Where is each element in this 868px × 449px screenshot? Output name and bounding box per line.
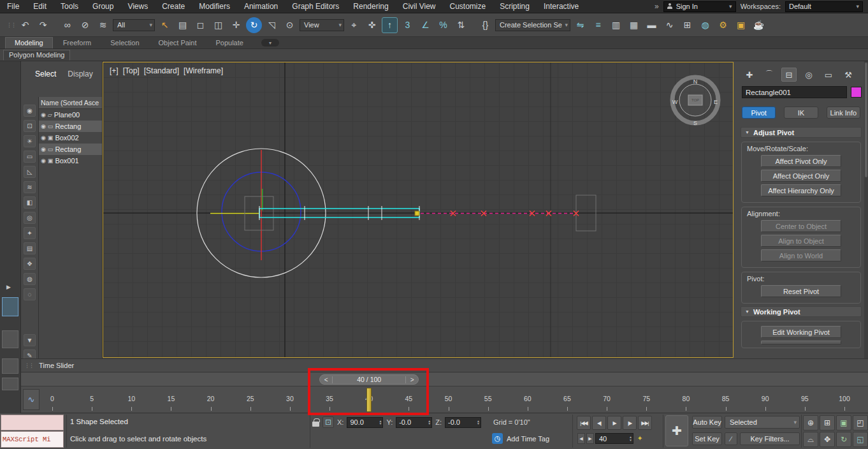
scrollbar-thumb[interactable] bbox=[865, 63, 867, 177]
maximize-viewport-icon[interactable]: ◱ bbox=[853, 432, 868, 447]
select-and-rotate-icon[interactable]: ↻ bbox=[246, 17, 262, 33]
angle-snap-icon[interactable]: ∠ bbox=[417, 17, 433, 33]
render-production-icon[interactable]: ☕ bbox=[751, 17, 767, 33]
menu-item-modifiers[interactable]: Modifiers bbox=[192, 0, 237, 13]
button-center-to-object[interactable]: Center to Object bbox=[761, 220, 841, 232]
button-align-to-object[interactable]: Align to Object bbox=[761, 235, 841, 247]
current-frame-field[interactable]: 40 ▲▼ bbox=[595, 433, 633, 444]
absolute-mode-icon[interactable]: ⊡ bbox=[322, 416, 334, 428]
use-pivot-point-icon[interactable]: ⌖ bbox=[346, 17, 362, 33]
next-key-button[interactable]: ▶ bbox=[586, 433, 594, 444]
ghost-icon[interactable]: ◌ bbox=[24, 288, 36, 300]
motion-tab-icon[interactable]: ◎ bbox=[801, 68, 816, 82]
time-slider-bubble[interactable]: < 40 / 100 > bbox=[319, 374, 419, 385]
toolbar-grip[interactable]: ⋮⋮ bbox=[24, 362, 33, 369]
spinner-icon[interactable]: ▲▼ bbox=[477, 420, 480, 425]
button-align-to-world[interactable]: Align to World bbox=[761, 249, 841, 261]
visibility-icon[interactable]: ◍ bbox=[24, 273, 36, 285]
object-name-field[interactable]: Rectangle001 bbox=[742, 86, 847, 98]
menu-item-file[interactable]: File bbox=[0, 0, 26, 13]
previous-frame-arrow[interactable]: < bbox=[320, 376, 333, 383]
filter-icon[interactable]: ▼ bbox=[24, 334, 36, 346]
ribbon-minimize-dropdown[interactable]: ▾ bbox=[261, 39, 279, 47]
viewport-menu-standard[interactable]: [Standard] bbox=[144, 66, 179, 75]
menu-item-interactive[interactable]: Interactive bbox=[537, 0, 586, 13]
selection-lock-icon[interactable] bbox=[312, 422, 319, 427]
subtab-ik[interactable]: IK bbox=[784, 107, 818, 119]
spacewarp-icon[interactable]: ✦ bbox=[24, 227, 36, 239]
bind-to-space-warp-icon[interactable]: ≋ bbox=[95, 17, 111, 33]
select-and-scale-icon[interactable]: ◹ bbox=[264, 17, 280, 33]
menu-item-rendering[interactable]: Rendering bbox=[346, 0, 395, 13]
y-coordinate-field[interactable]: -0.0 ▲▼ bbox=[396, 417, 432, 428]
set-key-button[interactable]: Set Key bbox=[692, 432, 722, 445]
helper-icon[interactable]: ◎ bbox=[24, 212, 36, 224]
visibility-eye-icon[interactable]: ◉ bbox=[41, 123, 46, 129]
unlink-selection-icon[interactable]: ⊘ bbox=[77, 17, 93, 33]
visibility-eye-icon[interactable]: ◉ bbox=[41, 135, 46, 141]
keyboard-override-icon[interactable]: ↑ bbox=[382, 17, 398, 33]
track-bar[interactable]: ∿ 05101520253035404550556065707580859095… bbox=[21, 386, 868, 413]
toggle-ribbon-icon[interactable]: ▬ bbox=[644, 17, 660, 33]
ribbon-tab-object-paint[interactable]: Object Paint bbox=[150, 38, 206, 48]
ribbon-tab-modeling[interactable]: Modeling bbox=[5, 37, 53, 48]
menu-item-create[interactable]: Create bbox=[155, 0, 192, 13]
ribbon-tab-selection[interactable]: Selection bbox=[101, 38, 148, 48]
button-affect-object-only[interactable]: Affect Object Only bbox=[761, 170, 841, 182]
scene-object-row-box001[interactable]: ◉▣Box001 bbox=[39, 155, 102, 166]
tab-display[interactable]: Display bbox=[68, 70, 92, 78]
snaps-toggle-icon[interactable]: 3 bbox=[400, 17, 416, 33]
go-to-end-button[interactable]: ▶▶| bbox=[638, 416, 652, 430]
utilities-tab-icon[interactable]: ⚒ bbox=[841, 68, 856, 82]
auto-key-button[interactable]: Auto Key bbox=[692, 416, 722, 429]
viewport-layout-tab-active[interactable] bbox=[2, 297, 18, 316]
object-color-swatch[interactable] bbox=[851, 87, 862, 98]
menu-item-tools[interactable]: Tools bbox=[54, 0, 85, 13]
time-slider-track[interactable]: < 40 / 100 > bbox=[21, 372, 868, 386]
window-crossing-icon[interactable]: ◫ bbox=[210, 17, 226, 33]
zoom-icon[interactable]: ⊕ bbox=[803, 415, 818, 431]
percent-snap-icon[interactable]: % bbox=[435, 17, 451, 33]
button-affect-hierarchy-only[interactable]: Affect Hierarchy Only bbox=[761, 184, 841, 196]
toggle-layer-explorer-icon[interactable]: ▦ bbox=[626, 17, 642, 33]
workspaces-dropdown[interactable]: Default ▾ bbox=[785, 1, 863, 12]
time-slider-frame-marker[interactable] bbox=[366, 388, 372, 412]
menu-item-animation[interactable]: Animation bbox=[237, 0, 285, 13]
sign-in-dropdown[interactable]: Sign In ▾ bbox=[663, 1, 736, 12]
viewport-menu-view[interactable]: [Top] bbox=[123, 66, 140, 75]
material-editor-icon[interactable]: ◍ bbox=[697, 17, 713, 33]
menu-item-views[interactable]: Views bbox=[120, 0, 155, 13]
menu-item-group[interactable]: Group bbox=[85, 0, 120, 13]
edit-named-selection-sets-icon[interactable]: {} bbox=[477, 17, 493, 33]
menu-item-scripting[interactable]: Scripting bbox=[493, 0, 537, 13]
scene-object-row-rectang[interactable]: ◉▭Rectang bbox=[39, 144, 102, 155]
selection-region-icon[interactable]: ◻ bbox=[192, 17, 208, 33]
hierarchy-view-icon[interactable]: ⊡ bbox=[24, 120, 36, 132]
geometry-icon[interactable]: ◺ bbox=[24, 166, 36, 178]
viewport-layout-tab[interactable] bbox=[2, 330, 18, 348]
working-pivot-rollout-header[interactable]: ▼ Working Pivot bbox=[741, 306, 862, 317]
undo-icon[interactable]: ↶ bbox=[17, 17, 33, 33]
visibility-eye-icon[interactable]: ◉ bbox=[41, 146, 46, 152]
button-affect-pivot-only[interactable]: Affect Pivot Only bbox=[761, 155, 841, 167]
frame-icon[interactable]: ◧ bbox=[24, 196, 36, 209]
sort-column-header[interactable]: Name (Sorted Asce bbox=[39, 97, 102, 109]
tab-select[interactable]: Select bbox=[35, 70, 56, 78]
mirror-icon[interactable]: ⇋ bbox=[572, 17, 588, 33]
previous-frame-button[interactable]: ◀| bbox=[592, 416, 606, 430]
maxscript-mini-listener[interactable]: MAXScript Mi bbox=[1, 431, 64, 448]
list-view-icon[interactable]: ▤ bbox=[24, 242, 36, 254]
redo-icon[interactable]: ↷ bbox=[35, 17, 51, 33]
spinner-snap-icon[interactable]: ⇅ bbox=[453, 17, 469, 33]
scene-object-row-box002[interactable]: ◉▣Box002 bbox=[39, 132, 102, 144]
toolbar-overflow-chevron[interactable]: » bbox=[655, 2, 659, 11]
next-frame-button[interactable]: |▶ bbox=[623, 416, 637, 430]
spinner-icon[interactable]: ▲▼ bbox=[428, 420, 431, 425]
toolbar-grip[interactable]: ⋮⋮ bbox=[6, 22, 15, 28]
expand-panel-arrow-icon[interactable]: ▶ bbox=[6, 284, 11, 290]
viewport-menu-plus[interactable]: [+] bbox=[110, 66, 119, 75]
select-and-link-icon[interactable]: ∞ bbox=[59, 17, 75, 33]
toggle-scene-explorer-icon[interactable]: ▥ bbox=[608, 17, 624, 33]
command-panel-scrollbar[interactable] bbox=[864, 61, 868, 358]
visibility-eye-icon[interactable]: ◉ bbox=[41, 158, 46, 164]
